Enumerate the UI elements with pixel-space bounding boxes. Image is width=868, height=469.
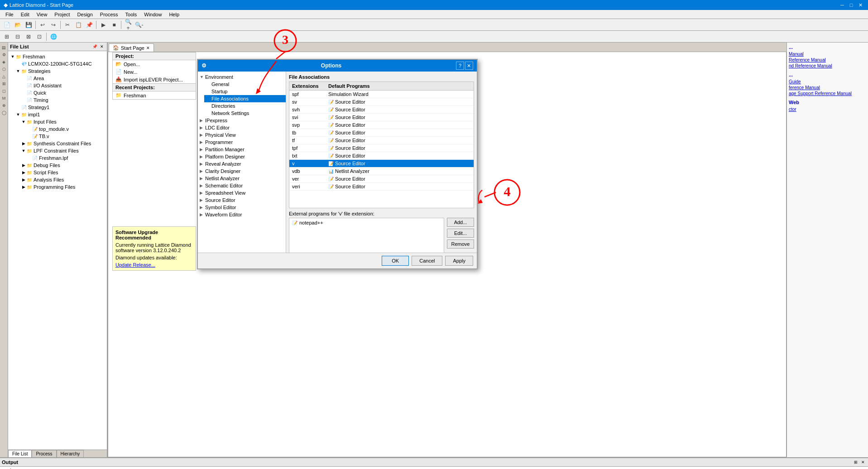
file-list-close-button[interactable]: ✕: [99, 43, 105, 50]
redo-button[interactable]: ↪: [48, 20, 58, 30]
dialog-tree-clarity[interactable]: ▶ Clarity Designer: [198, 168, 286, 175]
left-icon-5[interactable]: △: [1, 73, 7, 80]
dialog-tree-source[interactable]: ▶ Source Editor: [198, 196, 286, 204]
dialog-tree-netlist[interactable]: ▶ Netlist Analyzer: [198, 175, 286, 182]
left-icon-4[interactable]: ⬡: [1, 66, 7, 72]
left-icon-9[interactable]: ⊕: [1, 102, 7, 109]
dialog-tree-physical[interactable]: ▶ Physical View: [198, 131, 286, 139]
tree-item-freshman[interactable]: ▼ 📁 Freshman: [9, 53, 106, 60]
copy-button[interactable]: 📋: [73, 20, 83, 30]
dialog-tree-ipexpress[interactable]: ▶ IPexpress: [198, 117, 286, 124]
zoom-out-button[interactable]: 🔍-: [134, 20, 144, 30]
menu-file[interactable]: File: [2, 11, 17, 18]
dialog-tree-waveform[interactable]: ▶ Waveform Editor: [198, 211, 286, 218]
fa-row-vdb[interactable]: vdb 📊Netlist Analyzer: [289, 168, 474, 175]
undo-button[interactable]: ↩: [38, 20, 48, 30]
project-import-item[interactable]: 📥 Import ispLEVER Project...: [113, 76, 196, 83]
fa-row-svh[interactable]: svh 📝Source Editor: [289, 106, 474, 114]
tb2-btn1[interactable]: ⊞: [2, 32, 12, 42]
project-open-item[interactable]: 📂 Open...: [113, 60, 196, 68]
tree-item-io-assistant[interactable]: 📄 I/O Assistant: [20, 82, 106, 89]
add-program-button[interactable]: Add...: [447, 218, 474, 227]
dialog-tree-partition[interactable]: ▶ Partition Manager: [198, 146, 286, 153]
tree-item-synthesis[interactable]: ▶ 📁 Synthesis Constraint Files: [20, 140, 106, 147]
tab-start-page[interactable]: 🏠 Start Page ✕: [109, 43, 154, 52]
fa-row-tb[interactable]: tb 📝Source Editor: [289, 129, 474, 137]
menu-project[interactable]: Project: [51, 11, 73, 18]
right-link-nd-ref[interactable]: nd Reference Manual: [789, 63, 866, 68]
left-icon-6[interactable]: ⊞: [1, 81, 7, 87]
dialog-tree-reveal[interactable]: ▶ Reveal Analyzer: [198, 160, 286, 168]
output-close-button[interactable]: ✕: [860, 459, 866, 465]
right-link-guide[interactable]: Guide: [789, 79, 866, 84]
left-icon-3[interactable]: ◈: [1, 59, 7, 65]
output-float-button[interactable]: ⊞: [853, 459, 859, 465]
tree-item-debug[interactable]: ▶ 📁 Debug Files: [20, 162, 106, 169]
dialog-tree-spreadsheet[interactable]: ▶ Spreadsheet View: [198, 189, 286, 196]
globe-button[interactable]: 🌐: [48, 32, 58, 42]
tab-file-list[interactable]: File List: [8, 450, 32, 457]
tree-item-freshman-lpf[interactable]: 📄 Freshman.lpf: [25, 154, 106, 162]
menu-design[interactable]: Design: [74, 11, 96, 18]
tree-item-strategies[interactable]: ▼ 📁 Strategies: [14, 67, 106, 75]
left-icon-1[interactable]: ▤: [1, 44, 7, 51]
open-button[interactable]: 📂: [13, 20, 23, 30]
fa-row-svi[interactable]: svi 📝Source Editor: [289, 114, 474, 121]
dialog-tree-symbol[interactable]: ▶ Symbol Editor: [198, 204, 286, 211]
fa-row-spf[interactable]: spf Simulation Wizard: [289, 91, 474, 98]
cancel-button[interactable]: Cancel: [412, 256, 442, 266]
cut-button[interactable]: ✂: [62, 20, 72, 30]
dialog-tree-environment[interactable]: ▼ Environment: [198, 73, 286, 81]
tree-item-tb[interactable]: 📝 TB.v: [25, 133, 106, 140]
dialog-tree-general[interactable]: General: [204, 81, 286, 88]
close-button[interactable]: ✕: [856, 1, 864, 9]
fa-row-tpf[interactable]: tpf 📝Source Editor: [289, 144, 474, 152]
paste-button[interactable]: 📌: [84, 20, 94, 30]
right-link-ctor[interactable]: ctor: [789, 107, 866, 112]
zoom-in-button[interactable]: 🔍+: [123, 20, 133, 30]
stop-button[interactable]: ■: [109, 20, 119, 30]
left-icon-8[interactable]: M: [1, 95, 7, 101]
fa-row-veri[interactable]: veri 📝Source Editor: [289, 183, 474, 191]
fa-row-tf[interactable]: tf 📝Source Editor: [289, 137, 474, 144]
right-link-ference[interactable]: ference Manual: [789, 85, 866, 90]
edit-program-button[interactable]: Edit...: [447, 229, 474, 238]
dialog-tree-startup[interactable]: Startup: [204, 88, 286, 95]
left-icon-2[interactable]: ⚙: [1, 52, 7, 58]
dialog-tree-file-associations[interactable]: File Associations: [204, 95, 286, 102]
ok-button[interactable]: OK: [382, 256, 409, 266]
tab-start-page-close[interactable]: ✕: [146, 46, 150, 50]
project-new-item[interactable]: 📄 New...: [113, 68, 196, 76]
tree-item-impl1[interactable]: ▼ 📁 impl1: [14, 111, 106, 118]
dialog-help-button[interactable]: ?: [456, 62, 464, 70]
tree-item-lpf[interactable]: ▼ 📁 LPF Constraint Files: [20, 147, 106, 154]
remove-program-button[interactable]: Remove: [447, 239, 474, 249]
right-link-ref-manual[interactable]: Reference Manual: [789, 57, 866, 62]
tree-item-script[interactable]: ▶ 📁 Script Files: [20, 169, 106, 176]
menu-process[interactable]: Process: [96, 11, 122, 18]
project-recent-freshman[interactable]: 📁 Freshman: [113, 91, 196, 99]
tree-item-analysis[interactable]: ▶ 📁 Analysis Files: [20, 176, 106, 183]
tree-item-top-module[interactable]: 📝 top_module.v: [25, 125, 106, 133]
ext-prog-notepadpp[interactable]: 📝 notepad++: [290, 219, 443, 226]
minimize-button[interactable]: ─: [838, 1, 846, 9]
menu-edit[interactable]: Edit: [17, 11, 33, 18]
tree-item-programming[interactable]: ▶ 📁 Programming Files: [20, 183, 106, 191]
new-button[interactable]: 📄: [2, 20, 12, 30]
run-button[interactable]: ▶: [98, 20, 108, 30]
save-button[interactable]: 💾: [24, 20, 34, 30]
dialog-tree-programmer[interactable]: ▶ Programmer: [198, 139, 286, 146]
upgrade-link[interactable]: Update Release...: [115, 262, 155, 268]
dialog-close-button[interactable]: ✕: [465, 62, 473, 70]
tree-item-area[interactable]: 📄 Area: [20, 75, 106, 82]
fa-row-v[interactable]: v 📝Source Editor: [289, 160, 474, 168]
dialog-tree-directories[interactable]: Directories: [204, 102, 286, 110]
tree-item-quick[interactable]: 📄 Quick: [20, 89, 106, 96]
left-icon-7[interactable]: ◻: [1, 88, 7, 94]
fa-row-ver[interactable]: ver 📝Source Editor: [289, 175, 474, 183]
dialog-tree-ldc[interactable]: ▶ LDC Editor: [198, 124, 286, 131]
menu-tools[interactable]: Tools: [122, 11, 141, 18]
tab-hierarchy[interactable]: Hierarchy: [57, 450, 84, 457]
maximize-button[interactable]: □: [847, 1, 855, 9]
fa-row-svp[interactable]: svp 📝Source Editor: [289, 121, 474, 129]
